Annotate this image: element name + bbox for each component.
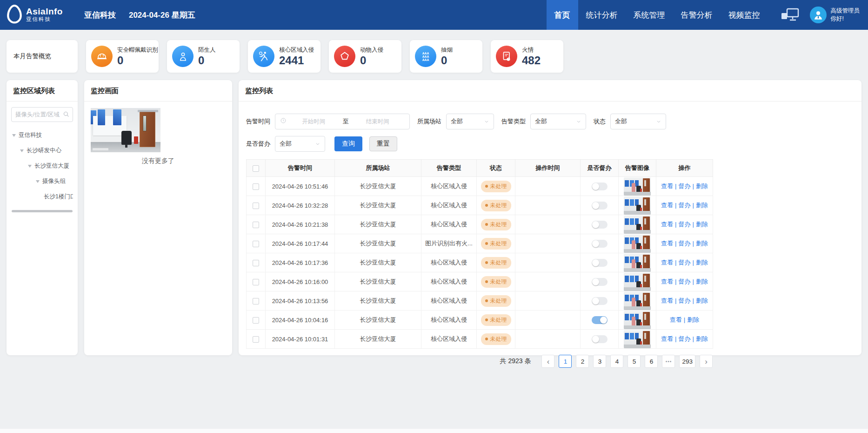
status-select[interactable]: 全部 [610, 114, 666, 129]
action-supervise[interactable]: 督办 [679, 240, 691, 247]
row-checkbox[interactable] [253, 317, 259, 324]
action-view[interactable]: 查看 [670, 316, 682, 323]
table-row: 2024-04-26 10:16:00长沙亚信大厦核心区域入侵未处理查看|督办|… [247, 272, 713, 291]
tree-node[interactable]: 长沙亚信大厦 [11, 158, 73, 174]
nav-item-2[interactable]: 系统管理 [626, 0, 673, 30]
page-button-3[interactable]: 3 [593, 355, 606, 368]
query-button[interactable]: 查询 [334, 136, 362, 151]
action-supervise[interactable]: 督办 [679, 297, 691, 304]
start-time-placeholder[interactable]: 开始时间 [287, 118, 341, 126]
alarm-image-thumbnail[interactable] [624, 254, 651, 272]
action-supervise[interactable]: 督办 [679, 183, 691, 189]
action-delete[interactable]: 删除 [696, 183, 708, 189]
nav-item-4[interactable]: 视频监控 [721, 0, 768, 30]
area-tree: 亚信科技长沙研发中心长沙亚信大厦摄像头组长沙1楼门口 [11, 128, 73, 204]
row-checkbox[interactable] [253, 183, 259, 190]
caret-down-icon[interactable] [20, 149, 24, 152]
caret-down-icon[interactable] [28, 165, 32, 168]
alarm-image-thumbnail[interactable] [624, 311, 651, 329]
action-supervise[interactable]: 督办 [679, 221, 691, 228]
svg-text:AAA: AAA [422, 58, 429, 61]
supervise-toggle[interactable] [592, 221, 608, 229]
row-checkbox[interactable] [253, 222, 259, 228]
end-time-placeholder[interactable]: 结束时间 [351, 118, 405, 126]
alarm-image-thumbnail[interactable] [624, 177, 651, 196]
action-delete[interactable]: 删除 [696, 221, 708, 228]
caret-down-icon[interactable] [36, 180, 40, 183]
user-info[interactable]: 高级管理员 你好! [831, 7, 860, 23]
action-view[interactable]: 查看 [661, 240, 673, 247]
nav-item-3[interactable]: 告警分析 [673, 0, 721, 30]
row-checkbox[interactable] [253, 203, 259, 209]
action-view[interactable]: 查看 [661, 202, 673, 209]
tree-node[interactable]: 亚信科技 [11, 128, 73, 143]
search-icon[interactable] [63, 111, 70, 120]
action-supervise[interactable]: 督办 [679, 202, 691, 209]
action-view[interactable]: 查看 [661, 335, 673, 342]
tree-node[interactable]: 摄像头组 [11, 174, 73, 189]
action-view[interactable]: 查看 [661, 259, 673, 266]
camera-frame[interactable] [91, 108, 160, 152]
supervise-toggle[interactable] [592, 259, 608, 267]
action-supervise[interactable]: 督办 [679, 335, 691, 342]
action-delete[interactable]: 删除 [696, 297, 708, 304]
supervise-toggle[interactable] [592, 240, 608, 248]
alarm-image-thumbnail[interactable] [624, 196, 651, 215]
row-checkbox[interactable] [253, 241, 259, 247]
date-range-picker[interactable]: 开始时间 至 结束时间 [275, 114, 410, 129]
alarm-image-thumbnail[interactable] [624, 216, 651, 234]
monthly-overview-card: 本月告警概览 [7, 40, 78, 73]
screens-icon[interactable] [780, 8, 800, 22]
row-checkbox[interactable] [253, 260, 259, 266]
page-button-5[interactable]: 5 [628, 355, 641, 368]
action-view[interactable]: 查看 [661, 278, 673, 285]
action-delete[interactable]: 删除 [696, 335, 708, 342]
action-view[interactable]: 查看 [661, 297, 673, 304]
more-pages-button[interactable]: ••• [662, 355, 675, 368]
tree-label: 摄像头组 [42, 177, 66, 185]
page-button-4[interactable]: 4 [610, 355, 623, 368]
action-delete[interactable]: 删除 [696, 240, 708, 247]
supervise-toggle[interactable] [592, 297, 608, 305]
smoking-icon: AAAAAAAAA [415, 46, 436, 67]
page-button-2[interactable]: 2 [576, 355, 589, 368]
type-select[interactable]: 全部 [530, 114, 586, 129]
supervise-toggle[interactable] [592, 278, 608, 286]
horizontal-scrollbar[interactable] [12, 210, 73, 212]
action-delete[interactable]: 删除 [687, 316, 699, 323]
supervise-toggle[interactable] [592, 183, 608, 190]
action-supervise[interactable]: 督办 [679, 259, 691, 266]
alarm-image-thumbnail[interactable] [624, 235, 651, 253]
alarm-image-thumbnail[interactable] [624, 292, 651, 310]
action-delete[interactable]: 删除 [696, 202, 708, 209]
action-delete[interactable]: 删除 [696, 259, 708, 266]
tree-node[interactable]: 长沙1楼门口 [11, 189, 73, 204]
alarm-image-thumbnail[interactable] [624, 330, 651, 348]
supervise-toggle[interactable] [592, 202, 608, 210]
nav-item-1[interactable]: 统计分析 [578, 0, 626, 30]
tree-node[interactable]: 长沙研发中心 [11, 143, 73, 158]
alarm-image-thumbnail[interactable] [624, 273, 651, 291]
next-page-button[interactable]: › [700, 355, 713, 368]
action-delete[interactable]: 删除 [696, 278, 708, 285]
action-supervise[interactable]: 督办 [679, 278, 691, 285]
page-button-1[interactable]: 1 [559, 355, 572, 368]
supervise-toggle[interactable] [592, 335, 608, 343]
user-avatar[interactable] [810, 7, 827, 23]
action-view[interactable]: 查看 [661, 221, 673, 228]
action-view[interactable]: 查看 [661, 183, 673, 189]
supervise-toggle[interactable] [592, 316, 608, 324]
row-checkbox[interactable] [253, 336, 259, 343]
nav-item-0[interactable]: 首页 [547, 0, 578, 30]
row-checkbox[interactable] [253, 279, 259, 285]
select-all-checkbox[interactable] [253, 165, 259, 172]
op-time-cell [515, 272, 581, 291]
row-checkbox[interactable] [253, 298, 259, 304]
prev-page-button[interactable]: ‹ [541, 355, 554, 368]
station-select[interactable]: 全部 [446, 114, 494, 129]
page-button-293[interactable]: 293 [679, 355, 695, 368]
page-button-6[interactable]: 6 [645, 355, 658, 368]
reset-button[interactable]: 重置 [369, 136, 397, 151]
supervise-select[interactable]: 全部 [275, 136, 325, 152]
caret-down-icon[interactable] [12, 134, 16, 137]
